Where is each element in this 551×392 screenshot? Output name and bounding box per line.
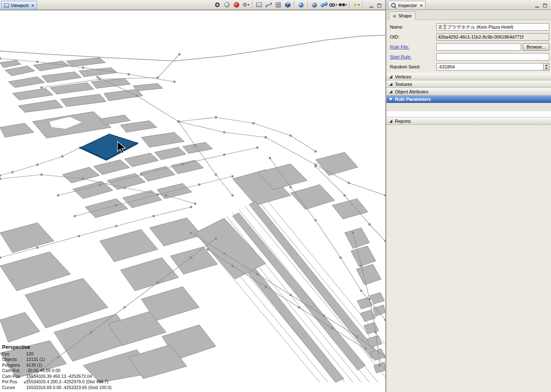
inspector-tabstrip: Inspector ×	[387, 0, 551, 10]
random-seed-row: Random Seed:	[387, 62, 551, 72]
viewport-window-buttons	[367, 0, 385, 10]
viewport-panel: Viewport × ⚙▾ ▾ ▾ ★	[0, 0, 385, 392]
viewport-tabstrip: Viewport × ⚙▾ ▾ ▾ ★	[0, 0, 385, 10]
stats-row: Cam Rot-30.00 45.00 0.00	[2, 368, 112, 374]
tab-inspector[interactable]: Inspector ×	[388, 1, 426, 10]
application-window: Viewport × ⚙▾ ▾ ▾ ★	[0, 0, 551, 392]
stats-row: Cursor15533316.69 0.00 -4253323.65 (Grid…	[2, 385, 112, 391]
inspector-sections: Vertices Textures Object Attributes Rule…	[387, 73, 551, 125]
cube-icon[interactable]	[283, 1, 292, 9]
toolbar-separator	[307, 2, 308, 8]
stats-row: Objects12131 (1)	[2, 357, 112, 363]
tab-shape[interactable]: ◆ Shape	[389, 11, 416, 20]
section-vertices[interactable]: Vertices	[387, 73, 551, 80]
name-row: Name:	[387, 22, 551, 32]
inspector-window-buttons	[533, 0, 551, 10]
section-rule-parameters[interactable]: Rule Parameters	[387, 95, 551, 103]
oid-label: OID:	[390, 34, 436, 39]
toolbar-separator	[252, 2, 253, 8]
chevron-down-icon: ▾	[335, 3, 337, 7]
tab-shape-label: Shape	[398, 13, 411, 18]
map-canvas[interactable]	[0, 10, 385, 392]
inspector-panel: Inspector × ◆ Shape Name: OID:	[387, 0, 551, 392]
spinner-up-icon[interactable]	[544, 63, 549, 67]
viewport-stats: Perspective Fps120 Objects12131 (1) Poly…	[2, 345, 112, 390]
toolbar-separator	[294, 2, 295, 8]
close-icon[interactable]: ×	[420, 3, 422, 8]
random-seed-stepper	[436, 63, 549, 71]
camera-mode-label: Perspective	[2, 345, 112, 351]
stats-row: Polygons4139 (1)	[2, 363, 112, 368]
collapsed-triangle-icon	[389, 119, 392, 123]
spinner-down-icon[interactable]	[544, 67, 549, 70]
minimize-icon[interactable]	[369, 2, 374, 7]
name-field[interactable]	[436, 23, 549, 31]
blue-ball-icon[interactable]	[310, 1, 319, 9]
binoculars-icon[interactable]: ▾	[338, 1, 348, 9]
random-seed-field[interactable]	[437, 63, 543, 70]
start-rule-field[interactable]	[436, 53, 549, 61]
browse-button[interactable]: Browse...	[523, 43, 549, 51]
maximize-icon[interactable]	[377, 2, 382, 7]
curve-tool-icon[interactable]	[264, 1, 273, 9]
stats-row: Fps120	[2, 351, 112, 357]
stats-row: Pol Pos15534020.4 200.3 -4252979.0 (Dist…	[2, 379, 112, 385]
chevron-down-icon: ▾	[247, 3, 249, 7]
ring-icon[interactable]	[213, 1, 222, 9]
star-icon[interactable]: ★▾	[352, 1, 361, 9]
gear-icon[interactable]: ⚙▾	[241, 1, 250, 9]
start-rule-link[interactable]: Start Rule:	[390, 54, 436, 59]
collapsed-triangle-icon	[389, 75, 392, 78]
red-sphere-icon[interactable]	[232, 1, 241, 9]
rule-parameters-empty-row[interactable]	[387, 111, 551, 117]
tab-inspector-label: Inspector	[398, 3, 417, 8]
oid-row: OID:	[387, 32, 551, 42]
stats-row: Cam Pos15534326.39 450.13 -4252673.04	[2, 374, 112, 380]
section-textures[interactable]: Textures	[387, 80, 551, 88]
blue-sphere-icon[interactable]	[296, 1, 306, 9]
rule-parameters-content	[387, 103, 551, 111]
chevron-down-icon: ▾	[345, 3, 347, 7]
rule-file-link[interactable]: Rule File:	[390, 44, 436, 49]
link-icon[interactable]: ▾	[329, 1, 338, 9]
expanded-triangle-icon	[389, 98, 392, 101]
rule-file-field[interactable]	[436, 43, 521, 51]
close-icon[interactable]: ×	[32, 3, 34, 8]
name-label: Name:	[390, 24, 436, 29]
toolbar-separator	[349, 2, 350, 8]
toolbar-separator	[362, 2, 363, 8]
shape-tabbar: ◆ Shape	[387, 10, 551, 20]
rule-file-row: Rule File: Browse...	[387, 42, 551, 52]
gray-sphere-icon[interactable]	[222, 1, 231, 9]
collapsed-triangle-icon	[389, 83, 392, 86]
blue-balls-icon[interactable]	[319, 1, 328, 9]
inspector-icon	[391, 2, 397, 8]
minimize-icon[interactable]	[534, 2, 540, 7]
random-seed-label: Random Seed:	[390, 64, 436, 69]
section-object-attributes[interactable]: Object Attributes	[387, 88, 551, 95]
start-rule-row: Start Rule:	[387, 52, 551, 62]
viewport-canvas[interactable]: Perspective Fps120 Objects12131 (1) Poly…	[0, 10, 385, 392]
facade-grid-icon[interactable]	[274, 1, 283, 9]
image-icon[interactable]	[255, 1, 264, 9]
viewport-toolbar: ⚙▾ ▾ ▾ ★▾	[213, 0, 366, 10]
section-reports[interactable]: Reports	[387, 117, 551, 125]
viewport-icon	[4, 3, 9, 7]
tab-viewport[interactable]: Viewport ×	[1, 1, 37, 10]
chevron-down-icon: ▾	[358, 3, 360, 7]
maximize-icon[interactable]	[542, 2, 548, 7]
tab-viewport-label: Viewport	[11, 3, 29, 8]
shape-form: Name: OID: Rule File: Browse... Start Ru…	[387, 20, 551, 73]
oid-field[interactable]	[436, 33, 549, 41]
horizon-line	[0, 35, 385, 61]
shape-icon: ◆	[393, 14, 396, 18]
collapsed-triangle-icon	[389, 90, 392, 93]
